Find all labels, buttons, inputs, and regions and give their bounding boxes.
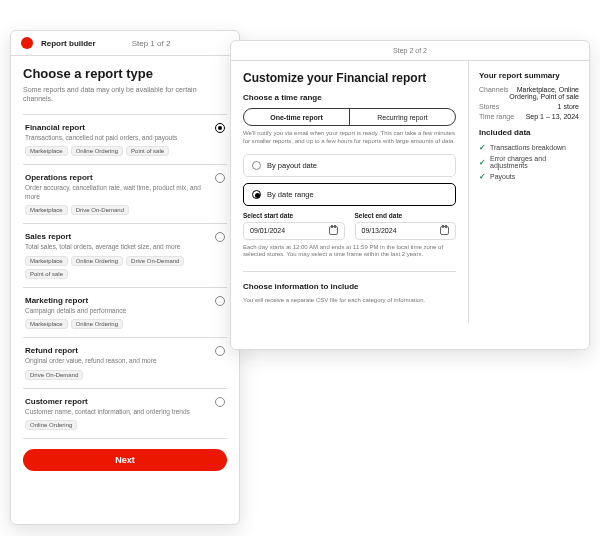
option-label: By date range bbox=[267, 190, 314, 199]
summary-sidebar: Your report summary ChannelsMarketplace,… bbox=[469, 61, 589, 323]
channel-chip: Drive On-Demand bbox=[25, 370, 83, 380]
included-label: Payouts bbox=[490, 173, 515, 180]
report-frequency-toggle: One-time report Recurring report bbox=[243, 108, 456, 126]
step1-panel: Report builder Step 1 of 2 Choose a repo… bbox=[10, 30, 240, 525]
tab-one-time[interactable]: One-time report bbox=[244, 109, 349, 125]
left-header: Report builder Step 1 of 2 bbox=[11, 31, 239, 56]
option-label: By payout date bbox=[267, 161, 317, 170]
start-date-value: 09/01/2024 bbox=[250, 227, 285, 234]
included-item: ✓Error charges and adjustments bbox=[479, 155, 579, 169]
radio-icon bbox=[215, 232, 225, 242]
check-icon: ✓ bbox=[479, 143, 486, 152]
summary-row: Stores1 store bbox=[479, 103, 579, 110]
channel-chip: Drive On-Demand bbox=[126, 256, 184, 266]
end-date-input[interactable]: 09/13/2024 bbox=[355, 222, 457, 240]
option-by-date-range[interactable]: By date range bbox=[243, 183, 456, 206]
tab-recurring[interactable]: Recurring report bbox=[349, 109, 455, 125]
summary-key: Stores bbox=[479, 103, 499, 110]
report-type-title: Refund report bbox=[25, 346, 211, 355]
info-section: Choose information to include You will r… bbox=[243, 271, 456, 305]
channel-chip-row: Online Ordering bbox=[25, 420, 211, 430]
start-date-label: Select start date bbox=[243, 212, 345, 219]
left-body: Choose a report type Some reports and da… bbox=[11, 56, 239, 439]
header-step: Step 1 of 2 bbox=[132, 39, 171, 48]
date-range-row: Select start date 09/01/2024 Select end … bbox=[243, 212, 456, 240]
report-type-title: Financial report bbox=[25, 123, 211, 132]
check-icon: ✓ bbox=[479, 158, 486, 167]
next-button[interactable]: Next bbox=[23, 449, 227, 471]
radio-icon bbox=[252, 161, 261, 170]
channel-chip: Marketplace bbox=[25, 146, 68, 156]
summary-row: ChannelsMarketplace, Online Ordering, Po… bbox=[479, 86, 579, 100]
radio-icon bbox=[215, 123, 225, 133]
page-subtitle: Some reports and data may only be availa… bbox=[23, 85, 227, 104]
info-sub: You will receive a separate CSV file for… bbox=[243, 297, 456, 305]
channel-chip: Online Ordering bbox=[25, 420, 77, 430]
radio-icon bbox=[215, 173, 225, 183]
report-type-title: Marketing report bbox=[25, 296, 211, 305]
next-button-label: Next bbox=[115, 455, 135, 465]
summary-title: Your report summary bbox=[479, 71, 579, 80]
report-type-option[interactable]: Financial reportTransactions, cancelled … bbox=[23, 114, 227, 164]
channel-chip-row: MarketplaceOnline OrderingDrive On-Deman… bbox=[25, 256, 211, 279]
right-step: Step 2 of 2 bbox=[231, 41, 589, 61]
report-type-option[interactable]: Marketing reportCampaign details and per… bbox=[23, 287, 227, 337]
report-type-title: Sales report bbox=[25, 232, 211, 241]
header-title: Report builder bbox=[41, 39, 96, 48]
radio-icon bbox=[215, 397, 225, 407]
summary-value: 1 store bbox=[558, 103, 579, 110]
report-type-title: Customer report bbox=[25, 397, 211, 406]
channel-chip-row: MarketplaceDrive On-Demand bbox=[25, 205, 211, 215]
channel-chip: Drive On-Demand bbox=[71, 205, 129, 215]
radio-icon bbox=[215, 296, 225, 306]
calendar-icon bbox=[440, 226, 449, 235]
range-heading: Choose a time range bbox=[243, 93, 456, 102]
end-date-label: Select end date bbox=[355, 212, 457, 219]
channel-chip-row: MarketplaceOnline OrderingPoint of sale bbox=[25, 146, 211, 156]
summary-value: Marketplace, Online Ordering, Point of s… bbox=[509, 86, 579, 100]
right-title: Customize your Financial report bbox=[243, 71, 456, 85]
channel-chip: Marketplace bbox=[25, 319, 68, 329]
start-date-input[interactable]: 09/01/2024 bbox=[243, 222, 345, 240]
summary-row: Time rangeSep 1 – 13, 2024 bbox=[479, 113, 579, 120]
report-type-desc: Customer name, contact information, and … bbox=[25, 408, 211, 416]
channel-chip: Point of sale bbox=[126, 146, 169, 156]
report-type-desc: Original order value, refund reason, and… bbox=[25, 357, 211, 365]
report-type-desc: Campaign details and performance bbox=[25, 307, 211, 315]
included-title: Included data bbox=[479, 128, 579, 137]
channel-chip: Marketplace bbox=[25, 205, 68, 215]
report-type-desc: Order accuracy, cancellation rate, wait … bbox=[25, 184, 211, 201]
included-label: Error charges and adjustments bbox=[490, 155, 579, 169]
included-label: Transactions breakdown bbox=[490, 144, 566, 151]
doordash-logo-icon bbox=[21, 37, 33, 49]
page-title: Choose a report type bbox=[23, 66, 227, 81]
step2-panel: Step 2 of 2 Customize your Financial rep… bbox=[230, 40, 590, 350]
option-by-payout-date[interactable]: By payout date bbox=[243, 154, 456, 177]
channel-chip-row: MarketplaceOnline Ordering bbox=[25, 319, 211, 329]
report-type-option[interactable]: Sales reportTotal sales, total orders, a… bbox=[23, 223, 227, 286]
channel-chip: Marketplace bbox=[25, 256, 68, 266]
summary-key: Channels bbox=[479, 86, 509, 100]
report-type-desc: Transactions, cancelled not paid orders,… bbox=[25, 134, 211, 142]
report-type-list: Financial reportTransactions, cancelled … bbox=[23, 114, 227, 439]
check-icon: ✓ bbox=[479, 172, 486, 181]
end-date-value: 09/13/2024 bbox=[362, 227, 397, 234]
calendar-icon bbox=[329, 226, 338, 235]
channel-chip-row: Drive On-Demand bbox=[25, 370, 211, 380]
report-type-desc: Total sales, total orders, average ticke… bbox=[25, 243, 211, 251]
report-type-option[interactable]: Refund reportOriginal order value, refun… bbox=[23, 337, 227, 387]
channel-chip: Online Ordering bbox=[71, 146, 123, 156]
date-footnote: Each day starts at 12:00 AM and ends at … bbox=[243, 244, 456, 260]
summary-key: Time range bbox=[479, 113, 514, 120]
included-item: ✓Transactions breakdown bbox=[479, 143, 579, 152]
right-main: Customize your Financial report Choose a… bbox=[231, 61, 469, 323]
radio-icon bbox=[215, 346, 225, 356]
report-type-title: Operations report bbox=[25, 173, 211, 182]
report-type-option[interactable]: Customer reportCustomer name, contact in… bbox=[23, 388, 227, 439]
included-item: ✓Payouts bbox=[479, 172, 579, 181]
report-type-option[interactable]: Operations reportOrder accuracy, cancell… bbox=[23, 164, 227, 223]
channel-chip: Point of sale bbox=[25, 269, 68, 279]
info-heading: Choose information to include bbox=[243, 282, 456, 291]
summary-value: Sep 1 – 13, 2024 bbox=[526, 113, 579, 120]
notify-text: We'll notify you via email when your rep… bbox=[243, 130, 456, 146]
